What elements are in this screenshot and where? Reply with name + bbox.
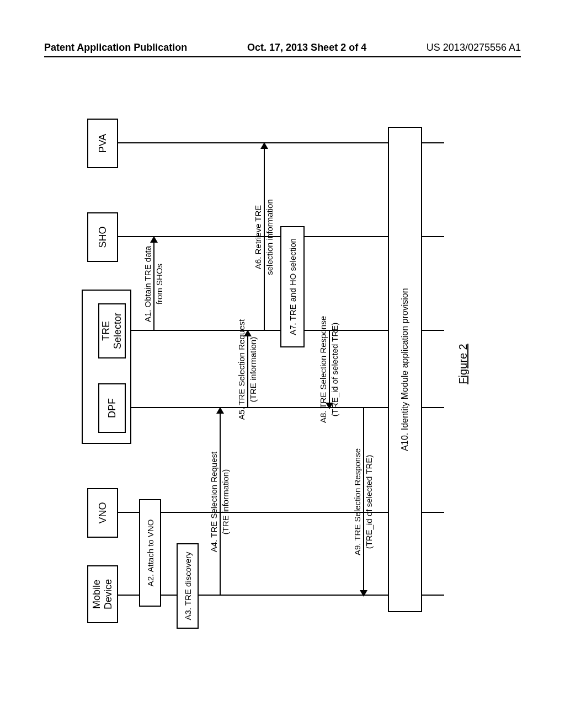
header-mid: Oct. 17, 2013 Sheet 2 of 4 xyxy=(247,42,366,53)
msg-a1-label2: from SHOs xyxy=(154,237,164,331)
diagram-frame: RO Mobile Device VNO DPF TRE Selector SH… xyxy=(71,88,490,640)
msg-a6-label: A6. Retrieve TRE xyxy=(253,143,263,331)
msg-a8: A8. TRE Selection Response (TRE_id of se… xyxy=(329,331,330,408)
msg-a9-label: A9. TRE Selection Response xyxy=(353,408,362,596)
lane-pva-box: PVA xyxy=(87,119,118,168)
leg-mobile xyxy=(422,595,444,596)
msg-a5: A5. TRE Selection Request (TRE informati… xyxy=(247,331,248,408)
leg-dpf xyxy=(422,407,444,408)
lifeline-tresel xyxy=(131,330,424,331)
diagram-rotated: RO Mobile Device VNO DPF TRE Selector SH… xyxy=(71,88,490,640)
lane-tresel-box: TRE Selector xyxy=(98,303,126,358)
msg-a1: A1. Obtain TRE data from SHOs xyxy=(153,237,154,331)
header-left: Patent Application Publication xyxy=(44,42,187,53)
msg-a8-label: A8. TRE Selection Response xyxy=(318,298,328,441)
msg-a6: A6. Retrieve TRE selection information xyxy=(264,143,265,331)
leg-pva xyxy=(422,142,444,143)
msg-a4: A4. TRE Selection Request (TRE informati… xyxy=(220,408,221,596)
figure-caption-text: Figure 2 xyxy=(457,344,469,384)
sequence-diagram: RO Mobile Device VNO DPF TRE Selector SH… xyxy=(82,99,479,629)
msg-a5-label2: (TRE information) xyxy=(248,331,258,408)
leg-tresel xyxy=(422,330,444,331)
lane-vno-box: VNO xyxy=(87,488,118,538)
page-header: Patent Application Publication Oct. 17, … xyxy=(44,42,521,53)
figure-caption: Figure 2 xyxy=(457,99,470,629)
leg-sho xyxy=(422,236,444,237)
msg-a6-label2: selection information xyxy=(265,143,274,331)
page: Patent Application Publication Oct. 17, … xyxy=(0,0,565,728)
msg-a4-label2: (TRE information) xyxy=(221,408,230,596)
msg-a8-label2: (TRE_id of selected TRE) xyxy=(330,298,339,441)
lane-dpf-box: DPF xyxy=(98,383,126,433)
msg-a4-label: A4. TRE Selection Request xyxy=(209,408,218,596)
step-a10: A10. Identity Module application provisi… xyxy=(388,127,422,612)
step-a2: A2. Attach to VNO xyxy=(139,499,161,607)
msg-a5-label: A5. TRE Selection Request xyxy=(237,303,246,436)
header-right: US 2013/0275556 A1 xyxy=(427,42,521,53)
lane-sho-box: SHO xyxy=(87,212,118,262)
step-a7: A7. TRE and HO selection xyxy=(280,226,305,347)
leg-vno xyxy=(422,512,444,513)
msg-a9-label2: (TRE_id of selected TRE) xyxy=(364,408,374,596)
header-rule xyxy=(44,56,521,57)
msg-a1-label: A1. Obtain TRE data xyxy=(143,237,152,331)
lane-mobile-box: Mobile Device xyxy=(87,565,118,623)
msg-a9: A9. TRE Selection Response (TRE_id of se… xyxy=(363,408,364,596)
lifeline-dpf xyxy=(131,407,424,408)
step-a3: A3. TRE discovery xyxy=(177,543,199,629)
